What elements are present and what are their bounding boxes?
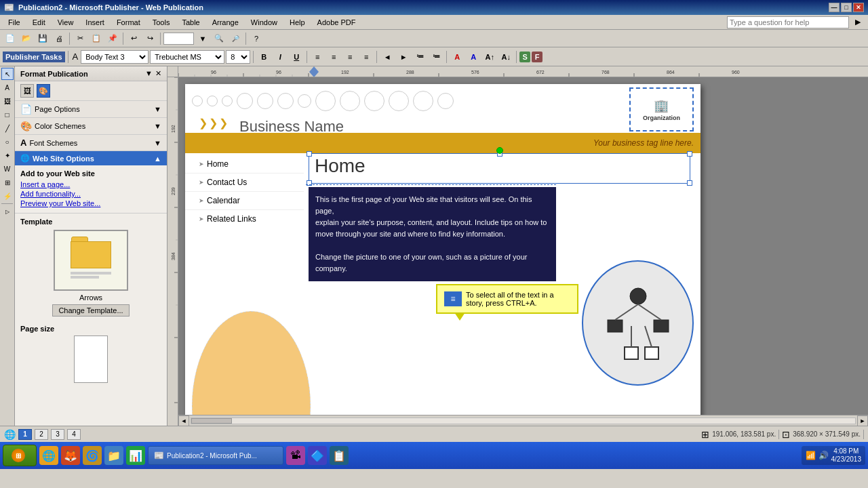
numbering-button[interactable]: ≔	[429, 50, 443, 64]
format-button[interactable]: F	[532, 52, 542, 62]
indent-inc-button[interactable]: ►	[396, 50, 411, 64]
web-options-header[interactable]: 🌐 Web Site Options ▲	[15, 151, 167, 165]
taskbar-ie2-icon[interactable]: 🌀	[83, 446, 102, 465]
justify-button[interactable]: ≡	[359, 50, 374, 64]
publisher-tasks-button[interactable]: Publisher Tasks	[3, 52, 65, 62]
align-center-button[interactable]: ≡	[326, 50, 341, 64]
save-button[interactable]: 💾	[35, 32, 50, 45]
zoom-in-button[interactable]: 🔎	[228, 32, 243, 45]
close-button[interactable]: ✕	[853, 3, 864, 12]
cut-button[interactable]: ✂	[73, 32, 87, 45]
scroll-right-btn[interactable]: ►	[857, 415, 868, 426]
font-schemes-header[interactable]: A Font Schemes ▼	[15, 135, 167, 150]
italic-button[interactable]: I	[273, 50, 288, 64]
shape-tool[interactable]: □	[1, 108, 14, 121]
panel-icon-btn2[interactable]: 🎨	[37, 84, 50, 98]
taskbar-firefox-icon[interactable]: 🦊	[61, 446, 80, 465]
wordart-tool[interactable]: W	[1, 163, 14, 175]
panel-close-btn[interactable]: ✕	[155, 69, 161, 78]
preview-web-link[interactable]: Preview your Web site...	[20, 199, 161, 207]
menu-file[interactable]: File	[3, 17, 26, 28]
picture-tool[interactable]: 🖼	[1, 95, 14, 107]
color-schemes-header[interactable]: 🎨 Color Schemes ▼	[15, 118, 167, 134]
oval-tool[interactable]: ○	[1, 136, 14, 148]
autoshape-tool[interactable]: ✦	[1, 149, 14, 161]
maximize-button[interactable]: □	[841, 3, 852, 12]
table-tool[interactable]: ⊞	[1, 176, 14, 188]
page-btn-2[interactable]: 2	[35, 429, 48, 440]
wizard-tool[interactable]: ⚡	[1, 190, 14, 202]
style-select[interactable]: Body Text 3	[81, 50, 149, 64]
page-options-header[interactable]: 📄 Page Options ▼	[15, 101, 167, 117]
menu-view[interactable]: View	[52, 17, 79, 28]
handle-br[interactable]	[687, 180, 692, 186]
canvas-scroll[interactable]: ❯ ❯ ❯ Business Name 🏢 Organization	[178, 77, 868, 426]
menu-insert[interactable]: Insert	[80, 17, 110, 28]
size-select[interactable]: 8	[226, 50, 250, 64]
tray-volume-icon[interactable]: 🔊	[818, 451, 829, 460]
taskbar-app6-icon[interactable]: 🔷	[308, 446, 327, 465]
tray-network-icon[interactable]: 📶	[806, 451, 816, 460]
font-select[interactable]: Trebuchet MS	[150, 50, 224, 64]
taskbar-folder-icon[interactable]: 📁	[104, 446, 123, 465]
nav-item-calendar[interactable]: ➤ Calendar	[185, 192, 304, 210]
menu-edit[interactable]: Edit	[27, 17, 51, 28]
handle-tl[interactable]	[307, 151, 312, 157]
h-scrollbar-track[interactable]	[191, 418, 856, 424]
help-button[interactable]: ?	[249, 32, 264, 45]
taskbar-publisher-btn[interactable]: 📰 Publication2 - Microsoft Pub...	[148, 446, 283, 465]
handle-rotate[interactable]	[496, 147, 503, 154]
h-scrollbar[interactable]: ◄ ►	[178, 415, 868, 426]
panel-menu-btn[interactable]: ▼	[145, 69, 153, 78]
redo-button[interactable]: ↪	[142, 32, 157, 45]
menu-window[interactable]: Window	[245, 17, 283, 28]
menu-table[interactable]: Table	[176, 17, 205, 28]
minimize-button[interactable]: —	[829, 3, 840, 12]
panel-header[interactable]: Format Publication ▼ ✕	[15, 66, 167, 81]
shrink-font-button[interactable]: A↓	[498, 50, 513, 64]
taskbar-excel-icon[interactable]: 📊	[126, 446, 145, 465]
nav-item-contact[interactable]: ➤ Contact Us	[185, 174, 304, 192]
taskbar-app7-icon[interactable]: 📋	[330, 446, 349, 465]
text-tool[interactable]: A	[1, 81, 14, 94]
home-title-box[interactable]: Home	[309, 153, 690, 184]
underline-button[interactable]: U	[289, 50, 304, 64]
taskbar-ie-icon[interactable]: 🌐	[39, 446, 58, 465]
menu-arrange[interactable]: Arrange	[207, 17, 244, 28]
menu-help[interactable]: Help	[284, 17, 311, 28]
paste-button[interactable]: 📌	[105, 32, 120, 45]
align-right-button[interactable]: ≡	[342, 50, 357, 64]
network-graphic[interactable]	[582, 260, 694, 386]
nav-item-links[interactable]: ➤ Related Links	[185, 210, 304, 228]
panel-icon-btn1[interactable]: 🖼	[20, 84, 34, 98]
start-button[interactable]: ⊞	[3, 445, 37, 466]
handle-tr[interactable]	[687, 151, 692, 157]
menu-format[interactable]: Format	[111, 17, 146, 28]
add-functionality-link[interactable]: Add functionality...	[20, 190, 161, 198]
copy-button[interactable]: 📋	[89, 32, 104, 45]
new-button[interactable]: 📄	[3, 32, 18, 45]
bold-button[interactable]: B	[256, 50, 271, 64]
body-text-box[interactable]: This is the first page of your Web site …	[309, 187, 556, 281]
undo-button[interactable]: ↩	[126, 32, 141, 45]
help-search-button[interactable]: ▶	[850, 16, 865, 29]
help-input[interactable]	[727, 16, 849, 28]
select-tool[interactable]: ↖	[1, 68, 14, 80]
zoom-out-button[interactable]: 🔍	[212, 32, 226, 45]
title-bar-controls[interactable]: — □ ✕	[829, 3, 864, 12]
zoom-input[interactable]: 100%	[163, 33, 194, 45]
zoom-dropdown[interactable]: ▼	[195, 32, 210, 45]
insert-page-link[interactable]: Insert a page...	[20, 180, 161, 188]
page-btn-4[interactable]: 4	[67, 429, 81, 440]
expand-tool[interactable]: ▷	[1, 205, 14, 218]
page-btn-3[interactable]: 3	[51, 429, 64, 440]
taskbar-app5-icon[interactable]: 📽	[286, 446, 305, 465]
menu-tools[interactable]: Tools	[147, 17, 176, 28]
org-logo[interactable]: 🏢 Organization	[629, 87, 694, 131]
bullets-button[interactable]: ≔	[412, 50, 427, 64]
line-tool[interactable]: ╱	[1, 122, 14, 134]
menu-adobe-pdf[interactable]: Adobe PDF	[312, 17, 361, 28]
grow-font-button[interactable]: A↑	[482, 50, 497, 64]
scroll-left-btn[interactable]: ◄	[178, 415, 189, 426]
change-template-button[interactable]: Change Template...	[52, 304, 129, 317]
